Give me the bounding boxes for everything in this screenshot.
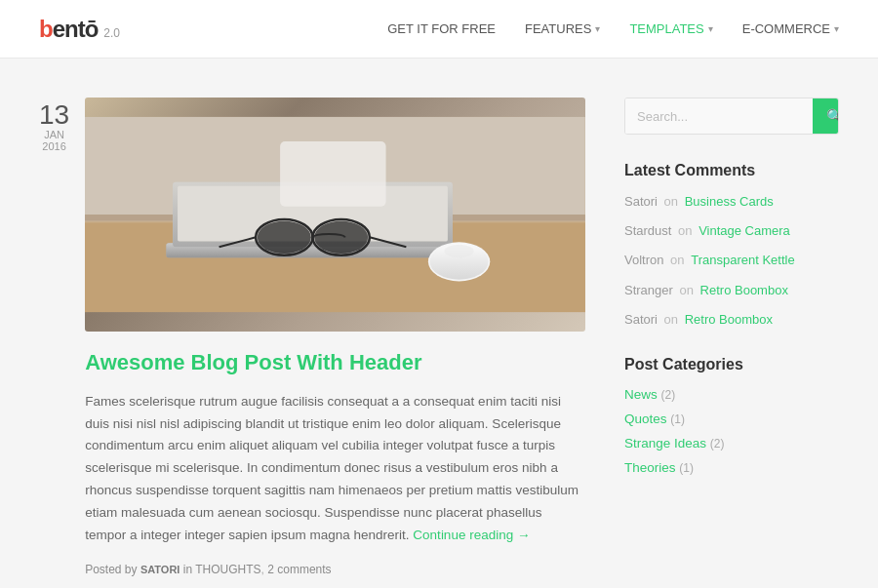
comment-item: Stardust on Vintage Camera bbox=[624, 222, 839, 240]
latest-comments-title: Latest Comments bbox=[624, 162, 839, 179]
logo-bento-rest: entō bbox=[53, 16, 99, 42]
comment-author: Stardust bbox=[624, 223, 671, 238]
article-wrapper: 13 JAN 2016 bbox=[39, 98, 585, 576]
comment-link[interactable]: Transparent Kettle bbox=[691, 253, 794, 267]
read-more-link[interactable]: Continue reading → bbox=[413, 528, 530, 542]
comment-item: Satori on Business Cards bbox=[624, 193, 839, 211]
comment-author: Satori bbox=[624, 312, 658, 327]
search-icon: 🔍 bbox=[826, 108, 839, 124]
comment-item: Satori on Retro Boombox bbox=[624, 311, 839, 329]
logo[interactable]: bentō 2.0 bbox=[39, 16, 120, 43]
logo-version: 2.0 bbox=[103, 26, 120, 40]
article-body: Awesome Blog Post With Header Fames scel… bbox=[85, 98, 585, 576]
chevron-down-icon: ▾ bbox=[834, 23, 839, 34]
nav-get-it-free[interactable]: GET IT FOR FREE bbox=[387, 21, 496, 36]
sidebar: 🔍 Latest Comments Satori on Business Car… bbox=[624, 98, 839, 588]
comment-on: on bbox=[678, 223, 696, 238]
category-item: Quotes (1) bbox=[624, 412, 839, 426]
article-footer: Posted by SATORI in THOUGHTS, 2 comments bbox=[85, 563, 585, 576]
article-comments: 2 comments bbox=[267, 563, 331, 576]
svg-point-15 bbox=[314, 221, 368, 254]
chevron-down-icon: ▾ bbox=[595, 23, 600, 34]
main-content: 13 JAN 2016 bbox=[39, 98, 585, 588]
page-wrap: 13 JAN 2016 bbox=[0, 59, 878, 588]
comment-link[interactable]: Retro Boombox bbox=[700, 283, 788, 297]
svg-point-13 bbox=[258, 221, 311, 254]
category-link[interactable]: Theories bbox=[624, 460, 676, 475]
article-title: Awesome Blog Post With Header bbox=[85, 349, 585, 377]
hero-svg bbox=[85, 98, 585, 332]
latest-comments-section: Latest Comments Satori on Business Cards… bbox=[624, 162, 839, 329]
site-header: bentō 2.0 GET IT FOR FREE FEATURES ▾ TEM… bbox=[0, 0, 878, 59]
comment-item: Stranger on Retro Boombox bbox=[624, 282, 839, 299]
svg-rect-11 bbox=[280, 141, 385, 207]
svg-point-20 bbox=[445, 245, 474, 257]
search-input[interactable] bbox=[625, 98, 813, 134]
comment-author: Stranger bbox=[624, 283, 673, 297]
post-categories-section: Post Categories News (2) Quotes (1) Stra… bbox=[624, 356, 839, 475]
logo-text: bentō bbox=[39, 16, 98, 43]
article-author: SATORI bbox=[140, 564, 180, 575]
article-body-text: Fames scelerisque rutrum augue facilisis… bbox=[85, 391, 585, 548]
category-item: Theories (1) bbox=[624, 460, 839, 475]
nav-features[interactable]: FEATURES ▾ bbox=[525, 21, 600, 36]
main-nav: GET IT FOR FREE FEATURES ▾ TEMPLATES ▾ E… bbox=[387, 21, 839, 36]
chevron-down-icon: ▾ bbox=[708, 23, 713, 34]
date-month: JAN bbox=[44, 129, 64, 140]
post-categories-title: Post Categories bbox=[624, 356, 839, 373]
logo-bento-b: b bbox=[39, 16, 53, 42]
comment-on: on bbox=[664, 194, 682, 209]
article-category: THOUGHTS bbox=[195, 563, 260, 576]
search-box: 🔍 bbox=[624, 98, 839, 135]
category-item: Strange Ideas (2) bbox=[624, 436, 839, 451]
search-button[interactable]: 🔍 bbox=[813, 98, 839, 134]
category-link[interactable]: Strange Ideas bbox=[624, 436, 706, 451]
category-link[interactable]: News bbox=[624, 387, 658, 402]
nav-templates[interactable]: TEMPLATES ▾ bbox=[629, 21, 712, 36]
date-day: 13 bbox=[39, 101, 69, 129]
category-link[interactable]: Quotes bbox=[624, 412, 667, 426]
date-year: 2016 bbox=[42, 140, 65, 152]
category-item: News (2) bbox=[624, 387, 839, 402]
comment-item: Voltron on Transparent Kettle bbox=[624, 252, 839, 269]
article-hero-image bbox=[85, 98, 585, 332]
comment-on: on bbox=[670, 253, 688, 267]
comment-link[interactable]: Business Cards bbox=[685, 194, 774, 209]
comment-link[interactable]: Retro Boombox bbox=[685, 312, 773, 327]
comment-author: Voltron bbox=[624, 253, 663, 267]
posted-by-label: Posted by bbox=[85, 563, 137, 576]
comment-author: Satori bbox=[624, 194, 658, 209]
article-date: 13 JAN 2016 bbox=[39, 101, 69, 152]
comment-link[interactable]: Vintage Camera bbox=[698, 223, 790, 238]
nav-ecommerce[interactable]: E-COMMERCE ▾ bbox=[742, 21, 839, 36]
comment-on: on bbox=[664, 312, 682, 327]
in-label: in bbox=[183, 563, 192, 576]
comment-on: on bbox=[680, 283, 698, 297]
